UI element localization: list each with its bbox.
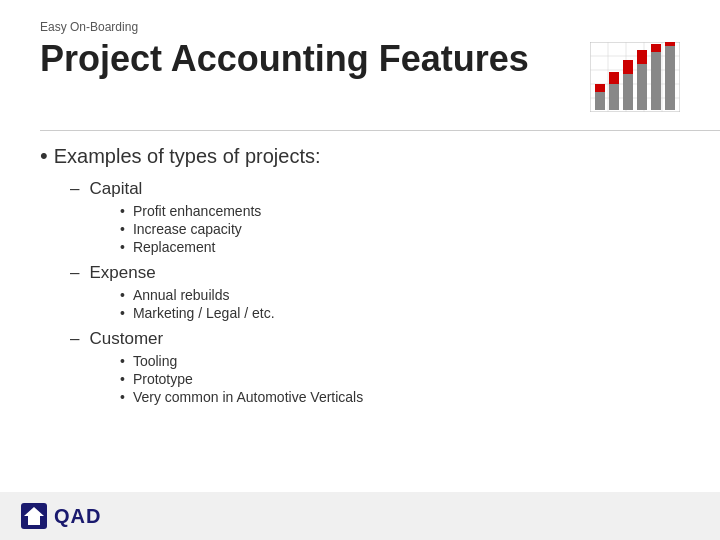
sub-item-replacement: • Replacement: [120, 239, 680, 255]
svg-rect-11: [623, 74, 633, 110]
sub-item-prototype: • Prototype: [120, 371, 680, 387]
dash-item-customer: – Customer: [70, 329, 680, 349]
sub-item-annual-text: Annual rebuilds: [133, 287, 230, 303]
divider: [40, 130, 720, 131]
dash-item-capital: – Capital: [70, 179, 680, 199]
sub-item-replacement-text: Replacement: [133, 239, 216, 255]
title-row: Project Accounting Features: [40, 38, 680, 112]
chart-thumbnail-icon: [590, 42, 680, 112]
svg-rect-9: [595, 92, 605, 110]
svg-rect-16: [609, 72, 619, 84]
slide: Easy On-Boarding Project Accounting Feat…: [0, 0, 720, 540]
svg-rect-19: [651, 44, 661, 52]
sub-item-marketing: • Marketing / Legal / etc.: [120, 305, 680, 321]
sub-item-tooling-text: Tooling: [133, 353, 177, 369]
svg-rect-20: [665, 42, 675, 46]
sub-item-automotive: • Very common in Automotive Verticals: [120, 389, 680, 405]
dash-item-expense: – Expense: [70, 263, 680, 283]
sub-item-marketing-text: Marketing / Legal / etc.: [133, 305, 275, 321]
svg-rect-12: [637, 64, 647, 110]
svg-rect-18: [637, 50, 647, 64]
sub-item-profit: • Profit enhancements: [120, 203, 680, 219]
section-customer-label: Customer: [89, 329, 163, 349]
section-expense: – Expense • Annual rebuilds • Marketing …: [40, 263, 680, 321]
section-customer: – Customer • Tooling • Prototype • Very …: [40, 329, 680, 405]
bottom-bar: QAD: [0, 492, 720, 540]
sub-item-automotive-text: Very common in Automotive Verticals: [133, 389, 363, 405]
svg-rect-17: [623, 60, 633, 74]
section-expense-label: Expense: [89, 263, 155, 283]
main-bullet-text: Examples of types of projects:: [54, 145, 321, 168]
main-title: Project Accounting Features: [40, 38, 529, 79]
sub-item-prototype-text: Prototype: [133, 371, 193, 387]
bullet-dot: •: [40, 143, 48, 169]
section-capital-label: Capital: [89, 179, 142, 199]
svg-rect-13: [651, 52, 661, 110]
sub-item-capacity: • Increase capacity: [120, 221, 680, 237]
svg-rect-10: [609, 84, 619, 110]
sub-item-annual: • Annual rebuilds: [120, 287, 680, 303]
qad-logo-icon: [20, 502, 48, 530]
qad-logo-text: QAD: [54, 505, 101, 528]
qad-logo: QAD: [20, 502, 101, 530]
section-capital: – Capital • Profit enhancements • Increa…: [40, 179, 680, 255]
main-bullet: • Examples of types of projects:: [40, 143, 680, 169]
svg-rect-15: [595, 84, 605, 92]
top-label: Easy On-Boarding: [40, 20, 680, 34]
sub-item-capacity-text: Increase capacity: [133, 221, 242, 237]
sub-item-tooling: • Tooling: [120, 353, 680, 369]
svg-rect-14: [665, 46, 675, 110]
sub-item-profit-text: Profit enhancements: [133, 203, 261, 219]
